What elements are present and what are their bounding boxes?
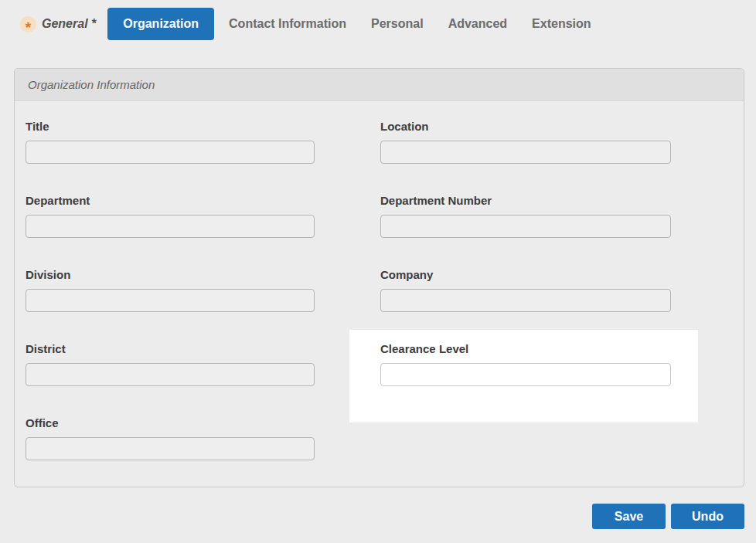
office-field-group: Office <box>26 416 315 460</box>
required-asterisk-icon: * <box>20 16 36 32</box>
company-input[interactable] <box>380 289 671 312</box>
district-input[interactable] <box>26 363 315 386</box>
department-label: Department <box>26 193 315 208</box>
title-label: Title <box>26 119 315 134</box>
title-field-group: Title <box>26 119 315 164</box>
title-input[interactable] <box>26 141 315 164</box>
location-label: Location <box>380 119 671 134</box>
form-columns: Title Department Division District Offic… <box>15 101 744 490</box>
department-number-field-group: Department Number <box>380 193 671 238</box>
district-label: District <box>26 341 315 356</box>
department-input[interactable] <box>26 215 315 238</box>
tab-general[interactable]: * General * <box>20 16 96 32</box>
save-button[interactable]: Save <box>592 504 666 529</box>
division-input[interactable] <box>26 289 315 312</box>
district-field-group: District <box>26 341 315 386</box>
organization-info-panel: Organization Information Title Departmen… <box>14 68 744 487</box>
clearance-level-field-group: Clearance Level <box>380 341 671 386</box>
company-field-group: Company <box>380 267 671 312</box>
panel-title: Organization Information <box>15 69 744 101</box>
division-label: Division <box>26 267 315 282</box>
tab-personal[interactable]: Personal <box>359 17 436 31</box>
tab-general-label: General * <box>42 17 96 31</box>
department-number-label: Department Number <box>380 193 671 208</box>
department-number-input[interactable] <box>380 215 671 238</box>
division-field-group: Division <box>26 267 315 312</box>
tab-bar: * General * Organization Contact Informa… <box>20 8 604 40</box>
company-label: Company <box>380 267 671 282</box>
undo-button[interactable]: Undo <box>671 504 744 529</box>
tab-organization[interactable]: Organization <box>107 8 214 40</box>
action-bar: Save Undo <box>14 504 744 529</box>
department-field-group: Department <box>26 193 315 238</box>
clearance-level-input[interactable] <box>380 363 671 386</box>
clearance-level-label: Clearance Level <box>380 341 671 356</box>
location-input[interactable] <box>380 141 671 164</box>
location-field-group: Location <box>380 119 671 164</box>
tab-contact-information[interactable]: Contact Information <box>216 17 359 31</box>
tab-advanced[interactable]: Advanced <box>436 17 519 31</box>
office-label: Office <box>26 416 315 430</box>
form-column-left: Title Department Division District Offic… <box>26 119 315 490</box>
tab-extension[interactable]: Extension <box>519 17 603 31</box>
office-input[interactable] <box>26 437 315 460</box>
form-column-right: Location Department Number Company Clear… <box>380 119 671 490</box>
